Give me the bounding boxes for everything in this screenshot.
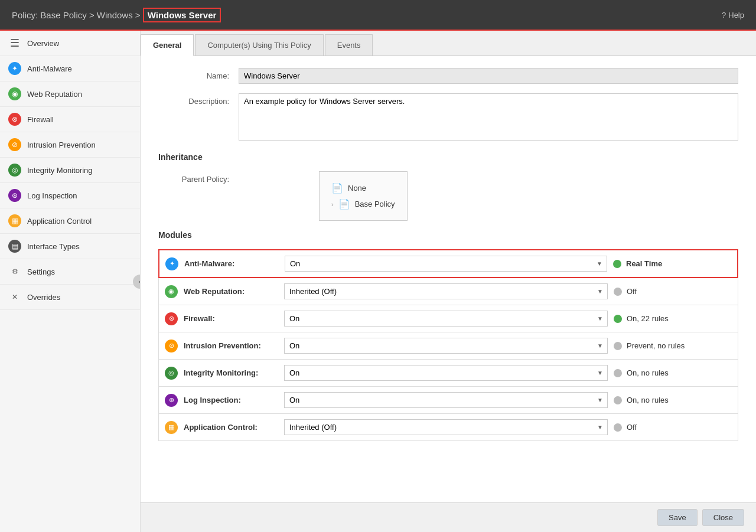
close-button[interactable]: Close xyxy=(702,509,744,526)
sidebar-label-overview: Overview xyxy=(27,39,59,48)
sidebar-label-settings: Settings xyxy=(27,267,55,276)
sidebar-item-webreputation[interactable]: ◉ Web Reputation xyxy=(0,81,140,107)
description-row: Description: An example policy for Windo… xyxy=(158,93,738,141)
module-status-webreputation: Off xyxy=(614,287,732,296)
overrides-icon: ✕ xyxy=(8,291,21,303)
module-status-intrusion: Prevent, no rules xyxy=(614,341,732,350)
breadcrumb-prefix: Policy: Base Policy > Windows > xyxy=(12,10,143,20)
help-circle-icon: ? xyxy=(722,11,726,19)
inheritance-box: 📄 None › 📄 Base Policy xyxy=(319,171,408,221)
inherit-chevron-icon[interactable]: › xyxy=(331,201,334,208)
module-label-appcontrol: Application Control: xyxy=(184,423,278,432)
module-select-webreputation[interactable]: On Off Inherited (Off) xyxy=(284,283,608,299)
module-label-integrity: Integrity Monitoring: xyxy=(184,368,278,377)
status-text-intrusion: Prevent, no rules xyxy=(627,341,685,350)
sidebar-item-firewall[interactable]: ⊗ Firewall xyxy=(0,107,140,132)
module-select-antimalware[interactable]: On Off Inherited (Off) xyxy=(285,256,607,272)
sidebar-item-integrity[interactable]: ◎ Integrity Monitoring xyxy=(0,158,140,183)
module-select-integrity[interactable]: On Off Inherited (Off) xyxy=(284,365,608,381)
sidebar-label-webreputation: Web Reputation xyxy=(27,90,82,99)
status-dot-appcontrol xyxy=(614,423,622,432)
module-status-antimalware: Real Time xyxy=(613,259,731,268)
description-label: Description: xyxy=(158,93,229,106)
inherit-base-icon: 📄 xyxy=(338,198,350,210)
module-select-wrapper-loginspection: On Off Inherited (Off) ▼ xyxy=(284,392,608,408)
tab-general[interactable]: General xyxy=(141,34,194,56)
footer: Save Close xyxy=(141,502,756,532)
module-row-intrusion: ⊘ Intrusion Prevention: On Off Inherited… xyxy=(158,332,738,360)
sidebar-item-settings[interactable]: ⚙ Settings xyxy=(0,259,140,285)
module-label-intrusion: Intrusion Prevention: xyxy=(184,341,278,350)
module-row-webreputation: ◉ Web Reputation: On Off Inherited (Off)… xyxy=(158,278,738,305)
loginspection-icon: ⊛ xyxy=(8,189,21,202)
sidebar-label-intrusion: Intrusion Prevention xyxy=(27,141,96,149)
sidebar-item-appcontrol[interactable]: ▦ Application Control xyxy=(0,208,140,234)
sidebar-item-loginspection[interactable]: ⊛ Log Inspection xyxy=(0,183,140,208)
module-row-integrity: ◎ Integrity Monitoring: On Off Inherited… xyxy=(158,359,738,387)
module-select-intrusion[interactable]: On Off Inherited (Off) xyxy=(284,338,608,354)
module-row-firewall: ⊗ Firewall: On Off Inherited (Off) ▼ On,… xyxy=(158,305,738,332)
interface-icon: ▤ xyxy=(8,240,21,253)
sidebar-label-interface: Interface Types xyxy=(27,242,80,251)
parent-policy-row: Parent Policy: 📄 None › 📄 Base Policy xyxy=(158,171,738,221)
sidebar-item-interface[interactable]: ▤ Interface Types xyxy=(0,234,140,259)
breadcrumb: Policy: Base Policy > Windows > Windows … xyxy=(12,10,221,20)
appcontrol-icon: ▦ xyxy=(8,214,21,227)
help-label: Help xyxy=(728,11,744,19)
name-label: Name: xyxy=(158,68,229,80)
status-dot-antimalware xyxy=(613,260,621,268)
inheritance-base-row: › 📄 Base Policy xyxy=(331,196,395,212)
module-status-integrity: On, no rules xyxy=(614,368,732,377)
module-select-wrapper-firewall: On Off Inherited (Off) ▼ xyxy=(284,311,608,327)
status-dot-intrusion xyxy=(614,342,622,350)
module-row-antimalware: ✦ Anti-Malware: On Off Inherited (Off) ▼… xyxy=(158,249,738,278)
module-status-firewall: On, 22 rules xyxy=(614,314,732,323)
module-icon-integrity: ◎ xyxy=(165,367,178,380)
module-select-appcontrol[interactable]: On Off Inherited (Off) xyxy=(284,419,608,435)
module-label-antimalware: Anti-Malware: xyxy=(184,259,279,268)
inherit-base-label: Base Policy xyxy=(355,200,395,208)
sidebar-label-appcontrol: Application Control xyxy=(27,217,92,226)
module-icon-webreputation: ◉ xyxy=(165,285,178,298)
main-content: General Computer(s) Using This Policy Ev… xyxy=(141,31,756,532)
module-select-firewall[interactable]: On Off Inherited (Off) xyxy=(284,311,608,327)
name-input[interactable] xyxy=(239,68,738,84)
sidebar-item-overrides[interactable]: ✕ Overrides xyxy=(0,285,140,310)
status-dot-firewall xyxy=(614,315,622,323)
tab-events[interactable]: Events xyxy=(325,34,373,56)
tab-bar: General Computer(s) Using This Policy Ev… xyxy=(141,31,756,56)
status-dot-loginspection xyxy=(614,396,622,404)
module-icon-antimalware: ✦ xyxy=(165,257,178,270)
help-button[interactable]: ? Help xyxy=(722,11,744,19)
integrity-icon: ◎ xyxy=(8,164,21,177)
description-input[interactable]: An example policy for Windows Server ser… xyxy=(239,93,738,141)
main-layout: ☰ Overview ✦ Anti-Malware ◉ Web Reputati… xyxy=(0,31,756,532)
module-icon-loginspection: ⊛ xyxy=(165,394,178,407)
settings-icon: ⚙ xyxy=(8,265,21,278)
status-text-firewall: On, 22 rules xyxy=(627,314,669,323)
webreputation-icon: ◉ xyxy=(8,87,21,100)
sidebar-item-overview[interactable]: ☰ Overview xyxy=(0,31,140,56)
module-select-wrapper-integrity: On Off Inherited (Off) ▼ xyxy=(284,365,608,381)
content-inner: Name: Description: An example policy for… xyxy=(141,56,756,452)
antimalware-icon: ✦ xyxy=(8,62,21,75)
sidebar-item-intrusion[interactable]: ⊘ Intrusion Prevention xyxy=(0,132,140,158)
module-select-loginspection[interactable]: On Off Inherited (Off) xyxy=(284,392,608,408)
firewall-icon: ⊗ xyxy=(8,113,21,126)
module-label-webreputation: Web Reputation: xyxy=(184,287,278,296)
save-button[interactable]: Save xyxy=(657,509,698,526)
name-row: Name: xyxy=(158,68,738,84)
sidebar-item-antimalware[interactable]: ✦ Anti-Malware xyxy=(0,56,140,81)
modules-title: Modules xyxy=(158,230,738,242)
tab-computers[interactable]: Computer(s) Using This Policy xyxy=(195,34,323,56)
inheritance-title: Inheritance xyxy=(158,152,738,164)
module-select-wrapper-appcontrol: On Off Inherited (Off) ▼ xyxy=(284,419,608,435)
inherit-doc-icon: 📄 xyxy=(331,182,343,194)
module-select-wrapper-intrusion: On Off Inherited (Off) ▼ xyxy=(284,338,608,354)
module-row-loginspection: ⊛ Log Inspection: On Off Inherited (Off)… xyxy=(158,386,738,414)
sidebar-label-antimalware: Anti-Malware xyxy=(27,64,72,73)
status-dot-webreputation xyxy=(614,288,622,296)
status-text-integrity: On, no rules xyxy=(627,368,669,377)
status-text-appcontrol: Off xyxy=(627,423,637,432)
sidebar: ☰ Overview ✦ Anti-Malware ◉ Web Reputati… xyxy=(0,31,141,532)
